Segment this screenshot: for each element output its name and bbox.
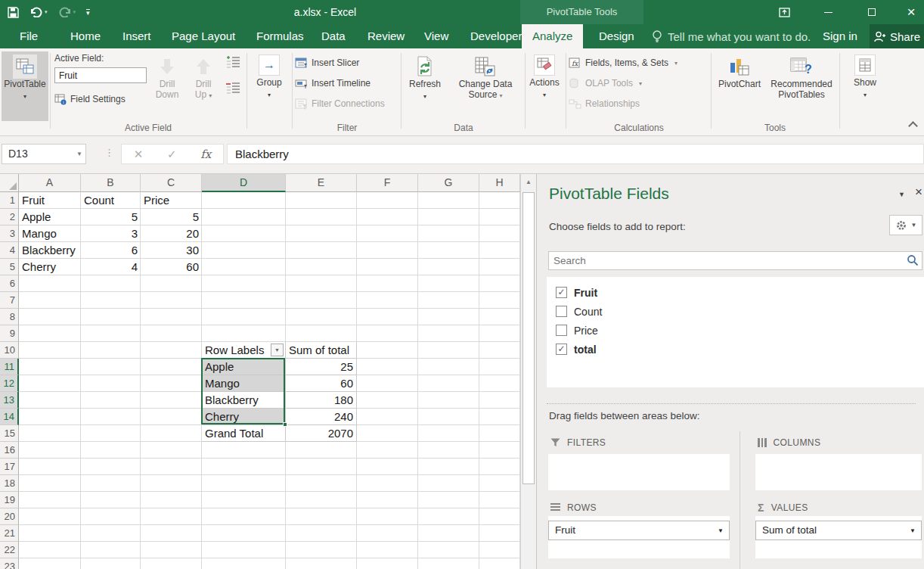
cell-e15[interactable]: 2070	[286, 425, 357, 442]
row-header-23[interactable]: 23	[0, 558, 19, 569]
column-header-d[interactable]: D	[202, 174, 286, 192]
formula-input[interactable]: Blackberry	[227, 144, 924, 164]
tab-file[interactable]: File	[9, 24, 48, 48]
cell-a3[interactable]: Mango	[19, 225, 81, 242]
expand-field-button[interactable]	[225, 56, 240, 70]
customize-quick-access-toolbar-icon[interactable]: ▾	[86, 9, 90, 16]
tab-design[interactable]: Design	[588, 24, 645, 48]
pane-tools-button[interactable]: ▼	[889, 215, 922, 235]
tab-page-layout[interactable]: Page Layout	[161, 24, 246, 48]
tab-home[interactable]: Home	[60, 24, 111, 48]
cancel-icon[interactable]: ✕	[134, 148, 144, 161]
values-drop-area[interactable]: Sum of total▼	[755, 516, 922, 558]
row-header-15[interactable]: 15	[0, 425, 19, 442]
cell-c4[interactable]: 30	[141, 242, 202, 259]
row-header-19[interactable]: 19	[0, 492, 19, 508]
cell-e14[interactable]: 240	[286, 409, 357, 425]
row-header-18[interactable]: 18	[0, 475, 19, 492]
cell-e11[interactable]: 25	[286, 359, 357, 375]
cell-b5[interactable]: 4	[81, 259, 141, 275]
cell-d11[interactable]: Apple	[202, 359, 286, 375]
field-item-count[interactable]: Count	[547, 302, 924, 321]
cell-b2[interactable]: 5	[81, 209, 141, 225]
pill-dropdown-icon[interactable]: ▼	[910, 521, 916, 541]
sign-in-button[interactable]: Sign in	[823, 24, 857, 48]
row-header-9[interactable]: 9	[0, 325, 19, 342]
cell-d10[interactable]: Row Labels▼	[202, 342, 286, 359]
cell-b1[interactable]: Count	[81, 192, 141, 209]
pane-close-icon[interactable]: ×	[915, 185, 922, 200]
row-header-20[interactable]: 20	[0, 508, 19, 525]
minimize-icon[interactable]	[811, 0, 845, 24]
cell-d14[interactable]: Cherry	[202, 409, 286, 425]
checkbox-total[interactable]: ✓	[556, 344, 567, 355]
column-header-c[interactable]: C	[141, 174, 202, 192]
tab-insert[interactable]: Insert	[112, 24, 162, 48]
refresh-button[interactable]: Refresh ▾	[404, 51, 446, 121]
cell-e13[interactable]: 180	[286, 392, 357, 409]
ribbon-display-options-icon[interactable]	[767, 0, 802, 24]
row-labels-filter-icon[interactable]: ▼	[271, 344, 284, 356]
column-header-a[interactable]: A	[19, 174, 81, 192]
field-item-price[interactable]: Price	[547, 321, 924, 340]
tab-analyze[interactable]: Analyze	[522, 24, 583, 48]
tab-data[interactable]: Data	[311, 24, 356, 48]
column-header-f[interactable]: F	[357, 174, 418, 192]
cell-a1[interactable]: Fruit	[19, 192, 81, 209]
cell-d15[interactable]: Grand Total	[202, 425, 286, 442]
recommended-pivottables-button[interactable]: ? Recommended PivotTables	[767, 51, 836, 121]
row-header-2[interactable]: 2	[0, 209, 19, 225]
change-data-source-button[interactable]: Change Data Source▾	[449, 51, 522, 121]
filters-drop-area[interactable]	[548, 454, 730, 490]
row-header-11[interactable]: 11	[0, 359, 19, 375]
cell-c1[interactable]: Price	[141, 192, 202, 209]
row-header-4[interactable]: 4	[0, 242, 19, 259]
show-button[interactable]: Show ▾	[842, 51, 888, 121]
row-header-3[interactable]: 3	[0, 225, 19, 242]
row-header-6[interactable]: 6	[0, 275, 19, 292]
column-header-e[interactable]: E	[286, 174, 357, 192]
row-header-8[interactable]: 8	[0, 309, 19, 325]
share-button[interactable]: Share	[870, 24, 924, 48]
row-header-17[interactable]: 17	[0, 459, 19, 475]
cell-c2[interactable]: 5	[141, 209, 202, 225]
pivottable-button[interactable]: PivotTable ▾	[2, 51, 48, 121]
values-area-pill-sum-of-total[interactable]: Sum of total▼	[755, 521, 922, 540]
cell-b4[interactable]: 6	[81, 242, 141, 259]
tab-formulas[interactable]: Formulas	[246, 24, 315, 48]
group-button[interactable]: → Group ▾	[250, 51, 289, 121]
tell-me-box[interactable]: Tell me what you want to do.	[652, 24, 811, 48]
pivotchart-button[interactable]: PivotChart	[714, 51, 765, 121]
active-field-input[interactable]	[54, 67, 147, 83]
cell-d13[interactable]: Blackberry	[202, 392, 286, 409]
cell-a4[interactable]: Blackberry	[19, 242, 81, 259]
enter-icon[interactable]: ✓	[167, 148, 177, 161]
checkbox-fruit[interactable]: ✓	[556, 287, 567, 298]
row-header-13[interactable]: 13	[0, 392, 19, 409]
collapse-field-button[interactable]	[225, 82, 240, 96]
row-header-5[interactable]: 5	[0, 259, 19, 275]
row-header-21[interactable]: 21	[0, 525, 19, 542]
cell-a2[interactable]: Apple	[19, 209, 81, 225]
save-icon[interactable]	[8, 7, 19, 18]
checkbox-price[interactable]	[556, 325, 567, 336]
rows-drop-area[interactable]: Fruit▼	[548, 516, 730, 558]
maximize-icon[interactable]	[854, 0, 889, 24]
tab-view[interactable]: View	[414, 24, 459, 48]
close-icon[interactable]: ×	[894, 0, 924, 24]
undo-dropdown-icon[interactable]: ▾	[45, 9, 48, 15]
fill-handle[interactable]	[283, 422, 287, 427]
actions-button[interactable]: Actions ▾	[526, 51, 563, 121]
insert-function-icon[interactable]: fx	[200, 148, 211, 161]
pane-options-icon[interactable]: ▼	[898, 191, 905, 198]
cell-c5[interactable]: 60	[141, 259, 202, 275]
cell-b3[interactable]: 3	[81, 225, 141, 242]
search-input[interactable]	[549, 252, 904, 269]
field-settings-button[interactable]: i Field Settings	[54, 91, 126, 107]
cell-a5[interactable]: Cherry	[19, 259, 81, 275]
column-header-h[interactable]: H	[479, 174, 520, 192]
cell-e10[interactable]: Sum of total	[286, 342, 357, 359]
checkbox-count[interactable]	[556, 306, 567, 317]
row-header-22[interactable]: 22	[0, 542, 19, 558]
scrollbar-thumb[interactable]	[522, 192, 535, 484]
